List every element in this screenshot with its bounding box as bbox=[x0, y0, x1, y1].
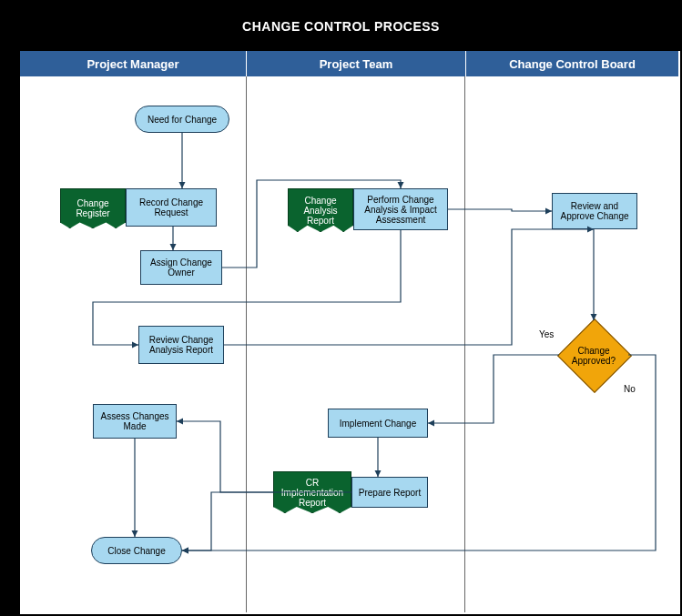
lane-title-team: Project Team bbox=[247, 51, 466, 76]
node-review-analysis: Review Change Analysis Report bbox=[138, 326, 224, 364]
node-review-analysis-label: Review Change Analysis Report bbox=[143, 335, 219, 355]
flowchart-frame: CHANGE CONTROL PROCESS Project Manager P… bbox=[0, 0, 682, 616]
diagram-title: CHANGE CONTROL PROCESS bbox=[2, 2, 680, 51]
doc-cr-report: CR Implementation Report bbox=[273, 471, 351, 513]
doc-analysis-report: Change Analysis Report bbox=[288, 188, 353, 232]
node-assign-label: Assign Change Owner bbox=[145, 258, 218, 278]
node-close: Close Change bbox=[91, 537, 182, 564]
node-record-label: Record Change Request bbox=[130, 197, 212, 217]
node-prepare: Prepare Report bbox=[351, 477, 428, 508]
node-review-approve: Review and Approve Change bbox=[552, 193, 637, 229]
doc-register-label: Change Register bbox=[66, 198, 119, 218]
lane-title-ccb: Change Control Board bbox=[466, 51, 678, 76]
node-start-label: Need for Change bbox=[148, 115, 217, 125]
node-prepare-label: Prepare Report bbox=[359, 488, 421, 498]
swimlane-header: Project Manager Project Team Change Cont… bbox=[20, 51, 678, 76]
node-implement: Implement Change bbox=[328, 409, 428, 438]
lane-divider-1 bbox=[246, 76, 247, 612]
doc-cr-label: CR Implementation Report bbox=[280, 478, 345, 508]
node-review-approve-label: Review and Approve Change bbox=[556, 201, 633, 221]
label-no: No bbox=[624, 384, 636, 394]
node-analysis: Perform Change Analysis & Impact Assessm… bbox=[353, 188, 448, 230]
node-implement-label: Implement Change bbox=[340, 419, 417, 429]
lane-divider-2 bbox=[464, 76, 465, 612]
node-start: Need for Change bbox=[135, 106, 229, 133]
left-black-bar bbox=[2, 51, 20, 614]
lane-title-pm: Project Manager bbox=[20, 51, 247, 76]
node-assess-label: Assess Changes Made bbox=[97, 411, 172, 431]
decision-label: Change Approved? bbox=[566, 346, 621, 366]
label-yes: Yes bbox=[539, 329, 554, 339]
title-text: CHANGE CONTROL PROCESS bbox=[242, 19, 440, 34]
doc-analysis-label: Change Analysis Report bbox=[294, 196, 347, 226]
node-close-label: Close Change bbox=[107, 546, 165, 556]
doc-change-register: Change Register bbox=[60, 188, 126, 228]
node-assign: Assign Change Owner bbox=[140, 250, 222, 285]
arrows-layer bbox=[2, 2, 682, 616]
node-record: Record Change Request bbox=[126, 188, 217, 227]
node-analysis-label: Perform Change Analysis & Impact Assessm… bbox=[358, 195, 443, 225]
node-assess: Assess Changes Made bbox=[93, 404, 177, 439]
